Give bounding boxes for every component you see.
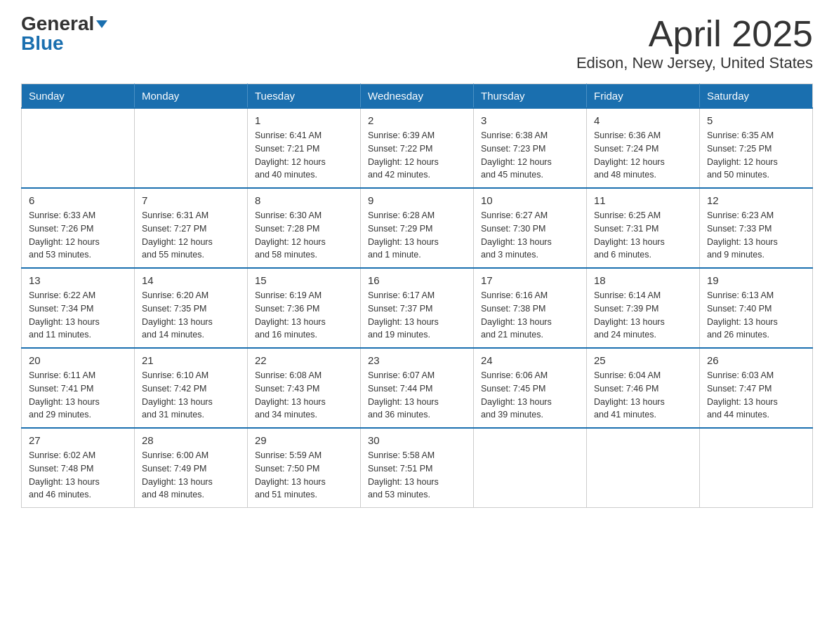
calendar-cell — [22, 108, 135, 188]
calendar-cell: 21Sunrise: 6:10 AMSunset: 7:42 PMDayligh… — [135, 348, 248, 428]
day-info: Sunrise: 6:07 AMSunset: 7:44 PMDaylight:… — [368, 369, 466, 422]
day-info: Sunrise: 5:58 AMSunset: 7:51 PMDaylight:… — [368, 449, 466, 502]
day-number: 21 — [142, 354, 240, 366]
day-info: Sunrise: 6:04 AMSunset: 7:46 PMDaylight:… — [594, 369, 692, 422]
calendar-cell: 27Sunrise: 6:02 AMSunset: 7:48 PMDayligh… — [22, 428, 135, 508]
calendar-cell: 8Sunrise: 6:30 AMSunset: 7:28 PMDaylight… — [248, 188, 361, 268]
day-info: Sunrise: 6:16 AMSunset: 7:38 PMDaylight:… — [481, 289, 579, 342]
day-number: 22 — [255, 354, 353, 366]
page-subtitle: Edison, New Jersey, United States — [576, 54, 813, 72]
calendar-cell: 30Sunrise: 5:58 AMSunset: 7:51 PMDayligh… — [361, 428, 474, 508]
day-number: 9 — [368, 194, 466, 206]
calendar-cell: 22Sunrise: 6:08 AMSunset: 7:43 PMDayligh… — [248, 348, 361, 428]
day-info: Sunrise: 6:19 AMSunset: 7:36 PMDaylight:… — [255, 289, 353, 342]
calendar-cell — [135, 108, 248, 188]
header-cell-saturday: Saturday — [700, 84, 813, 109]
day-info: Sunrise: 6:39 AMSunset: 7:22 PMDaylight:… — [368, 129, 466, 182]
calendar-cell: 10Sunrise: 6:27 AMSunset: 7:30 PMDayligh… — [474, 188, 587, 268]
day-info: Sunrise: 6:30 AMSunset: 7:28 PMDaylight:… — [255, 209, 353, 262]
calendar-cell: 11Sunrise: 6:25 AMSunset: 7:31 PMDayligh… — [587, 188, 700, 268]
calendar-cell: 16Sunrise: 6:17 AMSunset: 7:37 PMDayligh… — [361, 268, 474, 348]
calendar-table: SundayMondayTuesdayWednesdayThursdayFrid… — [21, 83, 813, 508]
day-number: 8 — [255, 194, 353, 206]
day-number: 6 — [29, 194, 127, 206]
title-block: April 2025 Edison, New Jersey, United St… — [576, 14, 813, 72]
calendar-week-row: 27Sunrise: 6:02 AMSunset: 7:48 PMDayligh… — [22, 428, 813, 508]
header-cell-friday: Friday — [587, 84, 700, 109]
header-cell-thursday: Thursday — [474, 84, 587, 109]
page-header: General Blue April 2025 Edison, New Jers… — [21, 14, 813, 72]
calendar-cell: 3Sunrise: 6:38 AMSunset: 7:23 PMDaylight… — [474, 108, 587, 188]
day-number: 1 — [255, 114, 353, 126]
header-row: SundayMondayTuesdayWednesdayThursdayFrid… — [22, 84, 813, 109]
calendar-week-row: 6Sunrise: 6:33 AMSunset: 7:26 PMDaylight… — [22, 188, 813, 268]
calendar-cell: 24Sunrise: 6:06 AMSunset: 7:45 PMDayligh… — [474, 348, 587, 428]
calendar-cell: 28Sunrise: 6:00 AMSunset: 7:49 PMDayligh… — [135, 428, 248, 508]
day-number: 24 — [481, 354, 579, 366]
day-info: Sunrise: 6:08 AMSunset: 7:43 PMDaylight:… — [255, 369, 353, 422]
page-title: April 2025 — [576, 14, 813, 54]
calendar-cell: 14Sunrise: 6:20 AMSunset: 7:35 PMDayligh… — [135, 268, 248, 348]
calendar-cell: 26Sunrise: 6:03 AMSunset: 7:47 PMDayligh… — [700, 348, 813, 428]
day-info: Sunrise: 5:59 AMSunset: 7:50 PMDaylight:… — [255, 449, 353, 502]
calendar-cell — [474, 428, 587, 508]
day-info: Sunrise: 6:36 AMSunset: 7:24 PMDaylight:… — [594, 129, 692, 182]
day-number: 25 — [594, 354, 692, 366]
day-info: Sunrise: 6:11 AMSunset: 7:41 PMDaylight:… — [29, 369, 127, 422]
header-cell-monday: Monday — [135, 84, 248, 109]
day-info: Sunrise: 6:35 AMSunset: 7:25 PMDaylight:… — [707, 129, 805, 182]
day-number: 3 — [481, 114, 579, 126]
logo-arrow-icon — [96, 20, 107, 28]
calendar-cell: 29Sunrise: 5:59 AMSunset: 7:50 PMDayligh… — [248, 428, 361, 508]
day-number: 10 — [481, 194, 579, 206]
header-cell-sunday: Sunday — [22, 84, 135, 109]
day-info: Sunrise: 6:14 AMSunset: 7:39 PMDaylight:… — [594, 289, 692, 342]
calendar-cell — [587, 428, 700, 508]
day-number: 26 — [707, 354, 805, 366]
day-number: 11 — [594, 194, 692, 206]
calendar-cell: 6Sunrise: 6:33 AMSunset: 7:26 PMDaylight… — [22, 188, 135, 268]
header-cell-wednesday: Wednesday — [361, 84, 474, 109]
day-info: Sunrise: 6:13 AMSunset: 7:40 PMDaylight:… — [707, 289, 805, 342]
day-number: 5 — [707, 114, 805, 126]
day-number: 19 — [707, 274, 805, 286]
calendar-cell: 9Sunrise: 6:28 AMSunset: 7:29 PMDaylight… — [361, 188, 474, 268]
calendar-cell: 13Sunrise: 6:22 AMSunset: 7:34 PMDayligh… — [22, 268, 135, 348]
calendar-cell: 18Sunrise: 6:14 AMSunset: 7:39 PMDayligh… — [587, 268, 700, 348]
calendar-cell: 7Sunrise: 6:31 AMSunset: 7:27 PMDaylight… — [135, 188, 248, 268]
calendar-cell: 5Sunrise: 6:35 AMSunset: 7:25 PMDaylight… — [700, 108, 813, 188]
day-info: Sunrise: 6:22 AMSunset: 7:34 PMDaylight:… — [29, 289, 127, 342]
day-info: Sunrise: 6:02 AMSunset: 7:48 PMDaylight:… — [29, 449, 127, 502]
day-info: Sunrise: 6:00 AMSunset: 7:49 PMDaylight:… — [142, 449, 240, 502]
day-info: Sunrise: 6:20 AMSunset: 7:35 PMDaylight:… — [142, 289, 240, 342]
day-info: Sunrise: 6:31 AMSunset: 7:27 PMDaylight:… — [142, 209, 240, 262]
calendar-cell: 1Sunrise: 6:41 AMSunset: 7:21 PMDaylight… — [248, 108, 361, 188]
day-info: Sunrise: 6:23 AMSunset: 7:33 PMDaylight:… — [707, 209, 805, 262]
day-number: 20 — [29, 354, 127, 366]
logo-blue: Blue — [21, 34, 64, 53]
day-number: 14 — [142, 274, 240, 286]
day-info: Sunrise: 6:38 AMSunset: 7:23 PMDaylight:… — [481, 129, 579, 182]
calendar-body: 1Sunrise: 6:41 AMSunset: 7:21 PMDaylight… — [22, 108, 813, 508]
calendar-cell: 12Sunrise: 6:23 AMSunset: 7:33 PMDayligh… — [700, 188, 813, 268]
day-number: 2 — [368, 114, 466, 126]
day-number: 28 — [142, 434, 240, 446]
calendar-week-row: 1Sunrise: 6:41 AMSunset: 7:21 PMDaylight… — [22, 108, 813, 188]
day-number: 7 — [142, 194, 240, 206]
day-info: Sunrise: 6:28 AMSunset: 7:29 PMDaylight:… — [368, 209, 466, 262]
day-info: Sunrise: 6:33 AMSunset: 7:26 PMDaylight:… — [29, 209, 127, 262]
day-number: 16 — [368, 274, 466, 286]
day-info: Sunrise: 6:03 AMSunset: 7:47 PMDaylight:… — [707, 369, 805, 422]
calendar-week-row: 20Sunrise: 6:11 AMSunset: 7:41 PMDayligh… — [22, 348, 813, 428]
calendar-week-row: 13Sunrise: 6:22 AMSunset: 7:34 PMDayligh… — [22, 268, 813, 348]
day-number: 27 — [29, 434, 127, 446]
calendar-cell: 4Sunrise: 6:36 AMSunset: 7:24 PMDaylight… — [587, 108, 700, 188]
day-number: 17 — [481, 274, 579, 286]
logo-general: General — [21, 14, 107, 34]
calendar-cell: 2Sunrise: 6:39 AMSunset: 7:22 PMDaylight… — [361, 108, 474, 188]
day-number: 30 — [368, 434, 466, 446]
day-number: 12 — [707, 194, 805, 206]
day-info: Sunrise: 6:25 AMSunset: 7:31 PMDaylight:… — [594, 209, 692, 262]
day-number: 18 — [594, 274, 692, 286]
day-info: Sunrise: 6:27 AMSunset: 7:30 PMDaylight:… — [481, 209, 579, 262]
